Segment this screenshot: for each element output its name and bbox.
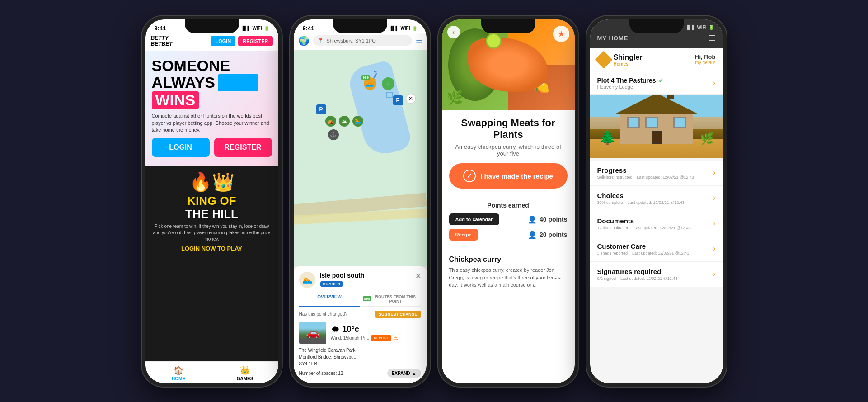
points-section: Points earned Add to calendar 👤 40 point… (442, 202, 575, 244)
user-greeting: Hi, Rob my details (695, 53, 716, 65)
location-name: The Wingfield Caravan Park (299, 347, 421, 354)
wifi-icon: WiFi (252, 26, 262, 31)
hero-buttons: LOGIN REGISTER (152, 138, 272, 157)
king-section: 🔥👑 KING OF THE HILL Pick one team to win… (145, 166, 278, 361)
chevron-right-icon: › (713, 78, 716, 88)
menu-item-progress[interactable]: Progress Solicitors instructed Last upda… (590, 161, 723, 186)
phone-screen: 🌿 🍋 ‹ ★ Swapping Meats for Plants (442, 19, 575, 383)
bottom-navigation: 🏠 HOME 👑 GAMES (145, 361, 278, 383)
hero-title: SOMEONE ALWAYS WINS (152, 58, 272, 109)
tree-right: 🌿 (700, 132, 714, 145)
suggest-change-button[interactable]: SUGGEST CHANGE (375, 311, 421, 318)
hero-wins-text: WINS (152, 91, 199, 109)
phones-container: 9:41 ▐▌▌ WiFi 🔋 BETTY BETBET LOGIN REGIS… (142, 16, 727, 387)
tab-overview[interactable]: OVERVIEW (299, 292, 360, 307)
shingler-text: Shingler Homes (614, 53, 643, 66)
activity-icon-1[interactable]: ⛺ (325, 116, 336, 127)
plot-name-text: Plot 4 The Pastures (597, 77, 656, 84)
menu-item-name: Customer Care (597, 242, 690, 250)
location-photo: 🚗 (299, 322, 326, 344)
weather-info: 🌧 10°c Wind: 15kmph Pr... REPORT ⚠ (331, 324, 421, 341)
menu-item-left: Choices 30% complete Last updated: 12/02… (597, 192, 685, 205)
expand-label: EXPAND (392, 371, 410, 376)
expand-button[interactable]: EXPAND ▲ (387, 369, 421, 378)
nav-home[interactable]: 🏠 HOME (145, 365, 212, 381)
changed-text: Has this point changed? (299, 312, 347, 317)
add-to-calendar-button[interactable]: Add to calendar (449, 213, 499, 225)
nav-games[interactable]: 👑 GAMES (212, 365, 278, 381)
menu-item-choices[interactable]: Choices 30% complete Last updated: 12/02… (590, 186, 723, 211)
menu-item-name: Progress (597, 166, 694, 174)
phone-screen: 9:41 ▐▌▌ WiFi 🔋 BETTY BETBET LOGIN REGIS… (145, 19, 278, 383)
main-marker-2[interactable]: + (382, 77, 394, 90)
header-login-button[interactable]: LOGIN (211, 36, 235, 46)
hero-register-button[interactable]: REGISTER (214, 138, 272, 157)
made-recipe-button[interactable]: ✓ I have made the recipe (449, 163, 568, 189)
wind-row: Wind: 15kmph Pr... REPORT ⚠ (331, 335, 421, 341)
favorite-button[interactable]: ★ (553, 26, 569, 42)
divider (442, 197, 575, 197)
activity-icon-4[interactable]: ⚓ (328, 129, 339, 140)
updated-text: Last updated: 12/02/21 @12:43 (637, 175, 694, 180)
parking-icon-2[interactable]: P (393, 95, 403, 105)
points-row-1: Add to calendar 👤 40 points (449, 213, 568, 225)
header-buttons: LOGIN REGISTER (211, 36, 272, 46)
map-area[interactable]: Isle Pool P P ✕ ⛺ ⛰ 🏊 (294, 50, 427, 266)
herb-decoration: 🌿 (446, 90, 463, 105)
map-close-button[interactable]: ✕ (406, 94, 416, 104)
menu-item-detail: 30% complete Last updated: 12/02/21 @12:… (597, 200, 685, 205)
points-1-text: 40 points (540, 216, 567, 223)
tab-routes-label: ROUTES FROM THIS POINT (373, 294, 418, 303)
diamond-logo-icon (595, 51, 613, 69)
chevron-icon: › (713, 169, 715, 177)
recipe-button[interactable]: Recipe (449, 229, 478, 241)
activity-icon-2[interactable]: ⛰ (339, 116, 350, 127)
menu-item-left: Customer Care 3 snags reported Last upda… (597, 242, 690, 255)
map-menu-icon[interactable]: ☰ (416, 36, 422, 45)
routes-count: 999 (363, 296, 371, 301)
nav-games-label: GAMES (237, 376, 253, 381)
detail-text: 12 docs uploaded (597, 226, 629, 230)
menu-button[interactable]: ☰ (708, 33, 716, 43)
changed-row: Has this point changed? SUGGEST CHANGE (299, 311, 421, 318)
my-details-link[interactable]: my details (695, 60, 716, 65)
recipe-hero-image: 🌿 🍋 ‹ ★ (442, 19, 575, 110)
tab-routes[interactable]: 999 ROUTES FROM THIS POINT (360, 292, 421, 306)
check-icon: ✓ (658, 77, 664, 84)
hero-login-button[interactable]: LOGIN (152, 138, 210, 157)
plot-section[interactable]: Plot 4 The Pastures ✓ Heavenly Lodge › (590, 72, 723, 95)
points-value-1: 👤 40 points (528, 215, 567, 224)
menu-item-name: Documents (597, 217, 691, 225)
spaces-text: Number of spaces: 12 (299, 371, 343, 376)
signal-icon: ▐▌▌ (389, 26, 399, 31)
app-header: MY HOME ☰ (590, 32, 723, 48)
header-register-button[interactable]: REGISTER (238, 36, 272, 46)
king-description: Pick one team to win. If they win you st… (152, 223, 272, 242)
recipe-title: Swapping Meats for Plants (449, 117, 568, 141)
menu-item-signatures[interactable]: Signatures required 0/2 signed Last upda… (590, 262, 723, 287)
activity-icon-3[interactable]: 🏊 (352, 116, 363, 127)
card-close-button[interactable]: ✕ (415, 272, 421, 280)
parking-icon-1[interactable]: P (316, 104, 326, 114)
report-button[interactable]: REPORT (371, 335, 391, 341)
grade-badge: GRADE 1 (320, 281, 343, 287)
detail-text: 3 snags reported (597, 251, 628, 255)
map-search-bar[interactable]: 📍 Shrewsbury, SY1 1PO (313, 35, 412, 46)
menu-item-documents[interactable]: Documents 12 docs uploaded Last updated:… (590, 211, 723, 236)
king-cta[interactable]: LOGIN NOW TO PLAY (152, 245, 272, 252)
back-button[interactable]: ‹ (447, 26, 460, 38)
menu-item-customer-care[interactable]: Customer Care 3 snags reported Last upda… (590, 236, 723, 262)
map-header: 🌍 📍 Shrewsbury, SY1 1PO ☰ (294, 33, 427, 50)
card-location-icon: 🏊 (299, 272, 315, 288)
weather-row: 🚗 🌧 10°c Wind: 15kmph Pr... REPORT ⚠ (299, 322, 421, 344)
battery-icon: 🔋 (708, 25, 714, 30)
chevron-icon: › (713, 245, 715, 253)
chevron-up-icon: ▲ (412, 371, 417, 376)
window-1 (627, 117, 640, 128)
hero-blue-bar (218, 74, 258, 91)
window-2 (645, 117, 658, 128)
person-icon-1: 👤 (528, 215, 537, 224)
status-time: 9:41 (303, 25, 314, 32)
shingler-logo: Shingler Homes (597, 53, 643, 66)
points-2-text: 20 points (540, 231, 567, 238)
